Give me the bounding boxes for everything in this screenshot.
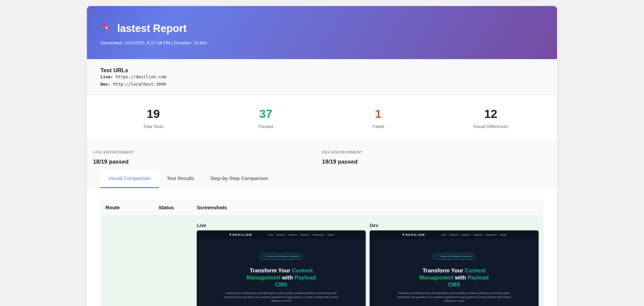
hero-badge-text: Modern CMS Migration Specialists	[441, 255, 471, 258]
site-nav-item: Solutions ▾	[473, 234, 482, 236]
dev-screenshot-label: Dev	[370, 223, 539, 228]
hero-heading-part: with	[280, 274, 294, 280]
hero-badge: Modern CMS Migration Specialists	[260, 253, 303, 260]
dev-environment-value: 19/19 passed	[322, 159, 551, 165]
site-nav-item: Contact	[327, 234, 334, 236]
report-title-text: lastest Report	[117, 23, 187, 35]
site-logo: DEXILION	[402, 233, 425, 237]
stat-passed-value: 37	[210, 107, 322, 121]
stat-visual-diffs-label: Visual Differences	[434, 124, 547, 129]
column-header-status: Status	[153, 199, 192, 216]
site-hero: Modern CMS Migration Specialists Transfo…	[197, 239, 366, 306]
column-header-route: Route	[100, 199, 153, 216]
site-logo-text: DEXILION	[233, 233, 252, 236]
report-card: lastest Report Generated: 10/5/2025, 8:1…	[87, 6, 557, 306]
live-screenshot-label: Live	[197, 223, 366, 228]
report-subtitle: Generated: 10/5/2025, 8:17:36 PM | Durat…	[100, 40, 544, 46]
hero-heading-part: Management	[419, 274, 453, 280]
dev-url-value: http://localhost:3000	[113, 82, 166, 87]
stat-visual-diffs-value: 12	[434, 107, 547, 121]
column-header-screenshots: Screenshots	[192, 199, 544, 216]
site-nav-item: Contact	[500, 234, 507, 236]
site-header: DEXILION Home Services ▾ Products ▾ Solu…	[370, 230, 539, 239]
table-header-row: Route Status Screenshots	[100, 199, 544, 216]
dev-environment: DEV ENVIRONMENT 19/19 passed	[322, 150, 551, 165]
live-environment-value: 18/19 passed	[93, 159, 322, 165]
live-environment: LIVE ENVIRONMENT 18/19 passed	[93, 150, 322, 165]
live-screenshot-block: Live DEXILION	[197, 223, 366, 306]
stat-visual-diffs: 12 Visual Differences	[434, 107, 547, 129]
hero-heading-part: Management	[246, 274, 280, 280]
screenshots-cell: Live DEXILION	[192, 216, 544, 306]
rocket-icon	[100, 21, 112, 36]
site-logo-text: DEXILION	[406, 233, 425, 236]
dev-screenshot-block: Dev DEXILION	[370, 223, 539, 306]
live-screenshot-image[interactable]: DEXILION Home Services ▾ Products ▾ Solu…	[197, 230, 366, 306]
stat-failed: 1 Failed	[322, 107, 434, 129]
tab-step-by-step-comparison[interactable]: Step-by-Step Comparison	[202, 170, 276, 188]
live-environment-label: LIVE ENVIRONMENT	[93, 150, 322, 155]
bolt-icon	[402, 233, 405, 237]
hero-paragraph: Empower your marketing teams with lightn…	[222, 291, 341, 303]
site-nav-item: Products ▾	[461, 234, 470, 236]
dev-url-line: Dev: http://localhost:3000	[100, 81, 544, 87]
table-row: Live DEXILION	[100, 216, 544, 306]
site-header: DEXILION Home Services ▾ Products ▾ Solu…	[197, 230, 366, 239]
site-nav-item: Home	[441, 234, 446, 236]
site-logo: DEXILION	[229, 233, 252, 237]
site-hero: Modern CMS Migration Specialists Transfo…	[370, 239, 539, 306]
stat-passed-label: Passed	[210, 124, 322, 129]
tab-bar: Visual Comparison Test Results Step-by-S…	[100, 170, 544, 188]
stat-total-tests: 19 Total Tests	[97, 107, 210, 129]
hero-heading: Transform Your Content Management with P…	[413, 267, 495, 288]
site-nav: Home Services ▾ Products ▾ Solutions ▾ R…	[268, 234, 333, 236]
live-url-label: Live:	[100, 74, 113, 79]
tab-test-results[interactable]: Test Results	[159, 170, 202, 188]
stat-failed-label: Failed	[322, 124, 434, 129]
hero-badge: Modern CMS Migration Specialists	[433, 253, 475, 260]
hero-heading-part: Content	[465, 267, 486, 273]
hero-heading-part: Transform Your	[422, 267, 465, 273]
site-nav: Home Services ▾ Products ▾ Solutions ▾ R…	[441, 234, 506, 236]
stat-total-label: Total Tests	[97, 124, 210, 129]
hero-badge-text: Modern CMS Migration Specialists	[268, 255, 298, 258]
test-urls-section: Test URLs Live: https://dexilion.com Dev…	[87, 59, 557, 95]
tab-visual-comparison[interactable]: Visual Comparison	[100, 170, 159, 188]
environment-section: LIVE ENVIRONMENT 18/19 passed DEV ENVIRO…	[87, 142, 557, 188]
route-cell	[100, 216, 153, 306]
page-title: lastest Report	[100, 21, 544, 36]
visual-comparison-panel: Route Status Screenshots Live	[87, 188, 557, 306]
site-nav-item: References ▾	[313, 234, 324, 236]
hero-paragraph: Empower your marketing teams with lightn…	[395, 291, 514, 303]
site-nav-item: Services ▾	[450, 234, 458, 236]
screenshots-grid: Live DEXILION	[197, 223, 539, 306]
stat-passed: 37 Passed	[210, 107, 322, 129]
summary-stats: 19 Total Tests 37 Passed 1 Failed 12 Vis…	[87, 95, 557, 142]
bolt-icon	[229, 233, 232, 237]
rocket-icon	[264, 255, 266, 258]
dev-screenshot-image[interactable]: DEXILION Home Services ▾ Products ▾ Solu…	[370, 230, 539, 306]
stat-failed-value: 1	[322, 107, 434, 121]
test-urls-heading: Test URLs	[100, 67, 544, 74]
environment-grid: LIVE ENVIRONMENT 18/19 passed DEV ENVIRO…	[87, 142, 557, 165]
hero-heading: Transform Your Content Management with P…	[240, 267, 322, 288]
hero-heading-part: Content	[292, 267, 313, 273]
dev-environment-label: DEV ENVIRONMENT	[322, 150, 551, 155]
site-nav-item: References ▾	[486, 234, 497, 236]
rocket-icon	[437, 255, 439, 258]
dev-url-label: Dev:	[100, 82, 110, 87]
site-nav-item: Solutions ▾	[301, 234, 310, 236]
stat-total-value: 19	[97, 107, 210, 121]
status-cell	[153, 216, 192, 306]
site-nav-item: Services ▾	[277, 234, 285, 236]
report-header: lastest Report Generated: 10/5/2025, 8:1…	[87, 6, 557, 59]
comparison-table: Route Status Screenshots Live	[100, 199, 544, 306]
site-nav-item: Products ▾	[288, 234, 297, 236]
hero-heading-part: with	[453, 274, 467, 280]
live-url-value: https://dexilion.com	[116, 74, 166, 79]
site-nav-item: Home	[268, 234, 273, 236]
live-url-line: Live: https://dexilion.com	[100, 74, 544, 80]
hero-heading-part: Transform Your	[249, 267, 292, 273]
